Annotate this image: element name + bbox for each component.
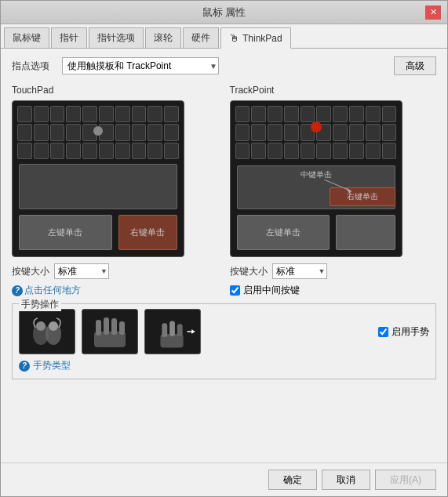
trk-key xyxy=(333,124,348,140)
advanced-button[interactable]: 高级 xyxy=(394,56,436,75)
trk-key xyxy=(284,106,299,122)
touchpad-click-anywhere-link[interactable]: ? 点击任何地方 xyxy=(12,284,219,297)
trackpoint-left-button[interactable]: 左键单击 xyxy=(237,215,330,250)
tp-key xyxy=(99,106,114,122)
panels-row: TouchPad xyxy=(12,85,436,297)
close-button[interactable]: ✕ xyxy=(425,5,441,20)
tp-key xyxy=(34,106,49,122)
trackpoint-btn-size-row: 按键大小 标准 大 小 ▼ xyxy=(230,263,437,279)
trk-arrow-svg xyxy=(324,180,363,195)
touchpad-left-button[interactable]: 左键单击 xyxy=(19,215,112,250)
trackpoint-btn-size-select-wrapper: 标准 大 小 ▼ xyxy=(272,263,327,279)
pointer-options-select-wrapper: 使用触摸板和 TrackPoint 仅使用触摸板 仅使用 TrackPoint … xyxy=(62,57,219,74)
enable-gesture-row: 启用手势 xyxy=(378,325,429,339)
tab-wheel[interactable]: 滚轮 xyxy=(145,27,181,48)
svg-rect-9 xyxy=(111,318,117,335)
enable-middle-button-row: 启用中间按键 xyxy=(230,284,437,297)
tp-key xyxy=(164,106,179,122)
tp-key xyxy=(50,124,65,140)
tab-pointer-options[interactable]: 指针选项 xyxy=(89,27,144,48)
trk-key xyxy=(382,106,397,122)
tp-key xyxy=(17,106,32,122)
bottom-bar: 确定 取消 应用(A) xyxy=(1,463,447,496)
tp-key xyxy=(34,124,49,140)
cancel-button[interactable]: 取消 xyxy=(322,470,370,490)
svg-rect-7 xyxy=(96,320,101,336)
trk-trackpoint-dot xyxy=(311,122,322,132)
tab-mouse-keys[interactable]: 鼠标键 xyxy=(4,27,49,48)
tp-key xyxy=(99,143,114,159)
trk-key xyxy=(268,124,282,140)
svg-marker-15 xyxy=(191,329,195,334)
tp-key xyxy=(164,124,179,140)
trk-keyboard-area xyxy=(231,101,402,164)
window: 鼠标 属性 ✕ 鼠标键 指针 指针选项 滚轮 硬件 🖱 ThinkPad 指点选… xyxy=(0,0,448,497)
trk-key xyxy=(382,124,397,140)
trk-key xyxy=(268,106,282,122)
trk-key xyxy=(316,106,331,122)
trk-key xyxy=(251,143,266,159)
tp-key xyxy=(148,143,162,159)
tp-key xyxy=(82,143,97,159)
trackpoint-btn-size-select[interactable]: 标准 大 小 xyxy=(272,263,327,279)
tp-trackpoint-dot xyxy=(93,126,103,136)
pointer-options-select[interactable]: 使用触摸板和 TrackPoint 仅使用触摸板 仅使用 TrackPoint xyxy=(62,57,219,74)
trk-key xyxy=(366,143,381,159)
tp-key xyxy=(132,143,147,159)
tp-key xyxy=(82,106,97,122)
tp-key xyxy=(115,143,130,159)
trk-key xyxy=(284,143,299,159)
enable-middle-button-checkbox[interactable] xyxy=(230,285,240,296)
touchpad-btn-size-row: 按键大小 标准 大 小 ▼ xyxy=(12,263,219,279)
trk-key xyxy=(235,106,250,122)
pointer-options-row: 指点选项 使用触摸板和 TrackPoint 仅使用触摸板 仅使用 TrackP… xyxy=(12,56,436,75)
gesture-section-title: 手势操作 xyxy=(19,298,61,311)
tab-hardware[interactable]: 硬件 xyxy=(183,27,219,48)
trk-key xyxy=(251,106,266,122)
trk-key xyxy=(333,106,348,122)
enable-gesture-label: 启用手势 xyxy=(392,325,429,339)
gesture-images xyxy=(19,309,201,354)
enable-gesture-checkbox[interactable] xyxy=(378,327,388,337)
svg-point-4 xyxy=(36,321,46,331)
trk-key xyxy=(235,124,250,140)
trk-key xyxy=(366,124,381,140)
tp-key xyxy=(132,106,147,122)
gesture-svg-3 xyxy=(145,312,200,351)
trk-key xyxy=(300,106,315,122)
tp-key xyxy=(50,106,65,122)
svg-marker-1 xyxy=(346,187,351,194)
touchpad-btn-size-select-wrapper: 标准 大 小 ▼ xyxy=(54,263,109,279)
tp-key xyxy=(17,124,32,140)
trackpoint-right-button-bottom[interactable] xyxy=(336,215,395,250)
svg-rect-14 xyxy=(177,324,183,336)
trk-key xyxy=(333,143,348,159)
tab-pointer[interactable]: 指针 xyxy=(51,27,87,48)
tp-key xyxy=(148,124,162,140)
window-title: 鼠标 属性 xyxy=(23,5,425,20)
trackpoint-visual: 中键单击 右键单击 左键单击 xyxy=(230,100,402,257)
gesture-section: 手势操作 xyxy=(12,303,436,379)
trk-key xyxy=(349,106,364,122)
tp-key xyxy=(164,143,179,159)
touchpad-right-button[interactable]: 右键单击 xyxy=(118,215,177,250)
svg-rect-13 xyxy=(169,321,175,336)
touchpad-visual: 左键单击 右键单击 xyxy=(12,100,184,257)
trackpoint-panel: TrackPoint xyxy=(230,85,437,297)
apply-button[interactable]: 应用(A) xyxy=(375,470,436,490)
touchpad-btn-size-label: 按键大小 xyxy=(12,265,49,278)
gesture-image-3 xyxy=(144,309,201,354)
gesture-image-1 xyxy=(19,309,75,354)
tp-key xyxy=(66,124,81,140)
gesture-info-icon: ? xyxy=(19,361,30,372)
gesture-type-link[interactable]: ? 手势类型 xyxy=(19,359,429,372)
tabs-bar: 鼠标键 指针 指针选项 滚轮 硬件 🖱 ThinkPad xyxy=(1,24,447,49)
pointer-options-label: 指点选项 xyxy=(12,60,49,73)
trk-key xyxy=(235,143,250,159)
tp-key xyxy=(34,143,49,159)
title-bar: 鼠标 属性 ✕ xyxy=(1,1,447,24)
tp-key xyxy=(115,106,130,122)
tab-thinkpad[interactable]: 🖱 ThinkPad xyxy=(220,27,291,49)
touchpad-btn-size-select[interactable]: 标准 大 小 xyxy=(54,263,109,279)
ok-button[interactable]: 确定 xyxy=(268,470,317,490)
